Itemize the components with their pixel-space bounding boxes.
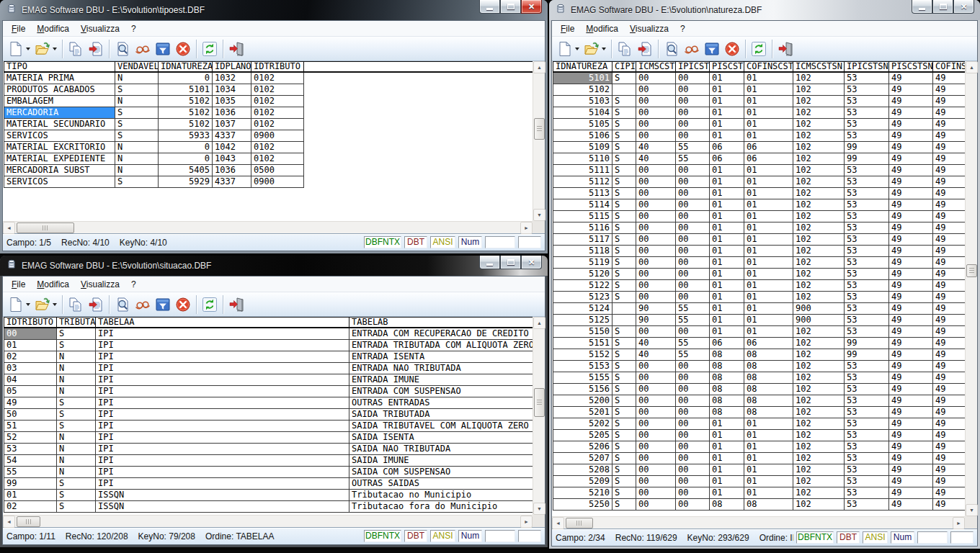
table-cell[interactable] [612,84,636,95]
table-cell[interactable]: 01 [744,234,793,245]
table-cell[interactable]: 01 [710,315,744,325]
table-cell[interactable]: 5120 [553,269,612,279]
table-cell[interactable]: 102 [793,269,845,279]
table-cell[interactable]: 1032 [213,73,251,84]
table-cell[interactable]: 5156 [553,384,612,395]
table-row[interactable]: 5151S40550606102994949 [553,338,965,349]
table-cell[interactable]: 00 [636,292,676,302]
table-cell[interactable]: 49 [889,246,933,256]
table-row[interactable]: 5200S00000808102534949 [553,395,965,407]
table-cell[interactable]: 01 [744,487,793,498]
table-cell[interactable]: S [612,222,636,233]
table-cell[interactable]: S [612,234,636,245]
table-cell[interactable]: 53 [845,199,889,210]
table-cell[interactable]: 01 [744,199,793,210]
table-cell[interactable]: S [57,421,96,431]
table-cell[interactable]: 00 [636,361,676,372]
table-row[interactable]: 5104S00000101102534949 [553,107,965,119]
table-cell[interactable]: 01 [710,130,744,141]
table-cell[interactable]: S [612,476,636,487]
table-cell[interactable]: SAIDA ISENTA [349,432,533,443]
table-cell[interactable]: 01 [710,199,744,210]
table-cell[interactable]: 53 [845,315,889,325]
table-cell[interactable]: 01 [744,257,793,268]
horizontal-scrollbar[interactable]: ◄ ► [3,515,533,527]
maximize-button[interactable] [500,0,521,14]
table-cell[interactable]: 01 [710,176,744,187]
table-row[interactable]: 03NIPIENTRADA NAO TRIBUTADA [4,363,533,374]
table-cell[interactable]: 102 [793,326,845,337]
table-cell[interactable]: 00 [636,280,676,291]
table-cell[interactable]: 49 [933,222,965,233]
table-cell[interactable]: 49 [933,257,965,268]
table-cell[interactable]: 00 [636,107,676,118]
table-cell[interactable]: 53 [845,165,889,176]
table-cell[interactable]: 49 [933,96,965,107]
table-cell[interactable]: 00 [636,384,676,395]
table-cell[interactable]: 5119 [553,257,612,268]
table-cell[interactable]: 49 [933,269,965,279]
table-cell[interactable]: S [57,501,96,512]
refresh-button[interactable] [200,295,220,315]
table-cell[interactable]: S [612,165,636,176]
table-cell[interactable]: 00 [636,246,676,256]
table-cell[interactable]: 53 [845,476,889,487]
table-cell[interactable]: SAIDA IMUNE [349,455,533,466]
filter-button[interactable] [153,295,173,315]
table-cell[interactable]: 49 [933,153,965,164]
table-cell[interactable]: 49 [889,280,933,291]
table-cell[interactable]: 49 [933,73,965,84]
table-row[interactable]: 50SIPISAIDA TRIBUTADA [4,409,533,421]
table-cell[interactable]: 49 [889,407,933,418]
copy-button[interactable] [66,295,86,315]
table-cell[interactable]: 49 [889,199,933,210]
table-cell[interactable]: 01 [744,211,793,222]
table-row[interactable]: 5109S40550606102994949 [553,142,965,153]
table-cell[interactable]: S [57,490,96,500]
table-cell[interactable]: MATERIA PRIMA [4,73,115,84]
table-cell[interactable]: 00 [636,176,676,187]
table-cell[interactable]: 53 [845,222,889,233]
table-cell[interactable]: 40 [636,153,676,164]
table-cell[interactable]: 01 [710,211,744,222]
table-cell[interactable]: 00 [636,96,676,107]
exit-button[interactable] [226,39,246,59]
scroll-left-icon[interactable]: ◄ [552,517,564,529]
table-cell[interactable]: 08 [710,384,744,395]
table-cell[interactable]: MATERIAL SECUNDARIO [4,119,115,130]
column-header-idnatureza[interactable]: IDNATUREZA [553,62,612,71]
table-row[interactable]: 512590550101900534949 [553,315,965,326]
table-cell[interactable]: SAIDA NAO TRIBUTADA [349,444,533,454]
table-cell[interactable]: 01 [744,222,793,233]
table-cell[interactable]: 00 [636,130,676,141]
table-cell[interactable]: 00 [676,441,710,452]
table-cell[interactable]: 49 [889,487,933,498]
table-cell[interactable]: 99 [845,338,889,349]
table-cell[interactable]: 02 [4,351,57,362]
dropdown-caret-icon[interactable] [53,48,57,50]
table-cell[interactable]: 102 [793,176,845,187]
table-cell[interactable]: 102 [793,199,845,210]
table-cell[interactable]: 102 [793,96,845,107]
table-cell[interactable]: 00 [636,372,676,383]
table-cell[interactable]: 08 [710,349,744,360]
menu-item-visualizza[interactable]: Visualizza [75,22,125,35]
table-row[interactable]: 99SIPIOUTRAS SAIDAS [4,478,533,490]
table-cell[interactable]: 06 [710,142,744,153]
table-row[interactable]: 5114S00000101102534949 [553,199,965,211]
filter-button[interactable] [153,39,173,59]
table-cell[interactable]: 102 [793,188,845,199]
column-header-tributa[interactable]: TRIBUTA [57,318,96,327]
vertical-scrollbar[interactable]: ▲ ▼ [533,317,545,515]
table-cell[interactable]: 102 [793,464,845,475]
table-cell[interactable]: 4337 [213,176,251,187]
table-cell[interactable]: S [612,188,636,199]
table-cell[interactable]: 102 [793,246,845,256]
column-header-cofinscstsn[interactable]: COFINSCSTSN [933,62,965,71]
table-row[interactable]: 5123S00000101102534949 [553,292,965,303]
table-row[interactable]: 512490550101900534949 [553,303,965,315]
filter-button[interactable] [702,39,722,59]
table-cell[interactable]: 00 [676,130,710,141]
menu-item-help[interactable]: ? [674,22,691,35]
table-cell[interactable]: 5111 [553,165,612,176]
